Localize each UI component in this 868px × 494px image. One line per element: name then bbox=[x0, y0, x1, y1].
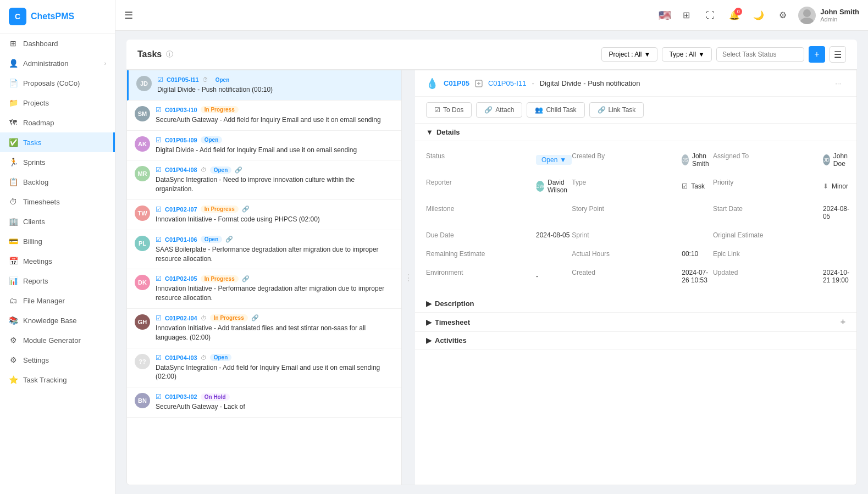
add-task-button[interactable]: + bbox=[809, 46, 825, 63]
view-toggle-button[interactable]: ☰ bbox=[830, 46, 846, 63]
sidebar-item-billing[interactable]: 💳 Billing bbox=[0, 231, 115, 251]
task-status-badge: On Hold bbox=[201, 393, 230, 401]
language-flag[interactable]: 🇺🇸 bbox=[659, 9, 671, 21]
status-value[interactable]: Open ▼ bbox=[536, 150, 572, 170]
sidebar-item-clients[interactable]: 🏢 Clients bbox=[0, 212, 115, 231]
reports-icon: 📊 bbox=[9, 276, 18, 285]
milestone-label: Milestone bbox=[426, 203, 536, 223]
task-info: ☑ C01P02-I07 In Progress 🔗 Innovation In… bbox=[156, 206, 394, 224]
sidebar-item-roadmap[interactable]: 🗺 Roadmap bbox=[0, 113, 115, 132]
panel-resize-handle[interactable]: ⋮ bbox=[402, 273, 415, 283]
sidebar-item-dashboard[interactable]: ⊞ Dashboard bbox=[0, 34, 115, 53]
link-task-button[interactable]: 🔗 Link Task bbox=[589, 102, 644, 118]
task-info: ☑ C01P01-I06 Open 🔗 SAAS Boilerplate - P… bbox=[156, 236, 394, 264]
detail-project[interactable]: C01P05 bbox=[444, 79, 469, 87]
page-header: Tasks ⓘ Project : All ▼ Type : All ▼ + ☰ bbox=[126, 40, 857, 70]
task-list-item[interactable]: DK ☑ C01P02-I05 In Progress 🔗 Innovation… bbox=[127, 269, 401, 309]
task-list-item[interactable]: MR ☑ C01P04-I08 ⏱ Open 🔗 DataSync Integr… bbox=[127, 160, 401, 200]
start-date-label: Start Date bbox=[713, 203, 823, 223]
task-detail-panel: 💧 C01P05 C01P05-I11 - Digital Divide - P… bbox=[415, 70, 856, 485]
task-list-item[interactable]: GH ☑ C01P02-I04 ⏱ In Progress 🔗 Innovati… bbox=[127, 309, 401, 348]
sidebar-item-label: File Manager bbox=[23, 297, 65, 305]
task-info: ☑ C01P04-I08 ⏱ Open 🔗 DataSync Integrati… bbox=[156, 166, 394, 194]
theme-icon[interactable]: 🌙 bbox=[750, 7, 767, 24]
file-manager-icon: 🗂 bbox=[9, 296, 18, 305]
task-id: C01P04-I03 bbox=[165, 354, 197, 361]
topbar: ☰ 🇺🇸 ⊞ ⛶ 🔔 0 🌙 ⚙ John Smith Admin bbox=[115, 0, 868, 31]
sidebar-item-label: Administration bbox=[23, 59, 68, 68]
page-title: Tasks bbox=[137, 49, 162, 59]
task-list-item[interactable]: PL ☑ C01P01-I06 Open 🔗 SAAS Boilerplate … bbox=[127, 230, 401, 270]
main-content: ☰ 🇺🇸 ⊞ ⛶ 🔔 0 🌙 ⚙ John Smith Admin bbox=[115, 0, 868, 494]
task-status-badge: In Progress bbox=[201, 275, 239, 282]
task-avatar: TW bbox=[135, 206, 150, 221]
sidebar-item-knowledge-base[interactable]: 📚 Knowledge Base bbox=[0, 310, 115, 330]
detail-header: 💧 C01P05 C01P05-I11 - Digital Divide - P… bbox=[415, 70, 856, 97]
sidebar-item-label: Tasks bbox=[23, 138, 41, 147]
backlog-icon: 📋 bbox=[9, 177, 18, 186]
detail-more-button[interactable]: ··· bbox=[831, 77, 845, 90]
sidebar-item-backlog[interactable]: 📋 Backlog bbox=[0, 172, 115, 192]
todos-button[interactable]: ☑ To Dos bbox=[426, 102, 472, 118]
hamburger-icon[interactable]: ☰ bbox=[124, 9, 133, 21]
fullscreen-icon[interactable]: ⛶ bbox=[701, 7, 719, 24]
settings-icon[interactable]: ⚙ bbox=[774, 7, 792, 24]
sidebar-item-timesheets[interactable]: ⏱ Timesheets bbox=[0, 192, 115, 212]
page-info-icon[interactable]: ⓘ bbox=[166, 49, 173, 59]
assigned-to-label: Assigned To bbox=[713, 150, 823, 170]
task-list-item[interactable]: AK ☑ C01P05-I09 Open Digital Divide - Ad… bbox=[127, 131, 401, 161]
remaining-estimate-label: Remaining Estimate bbox=[426, 248, 536, 260]
task-status-badge: Open bbox=[210, 354, 232, 361]
task-list-item[interactable]: ?? ☑ C01P04-I03 ⏱ Open DataSync Integrat… bbox=[127, 348, 401, 388]
task-title: Digital Divide - Add field for Inquiry E… bbox=[156, 146, 394, 155]
timesheet-section-toggle[interactable]: ▶ Timesheet + bbox=[415, 313, 856, 332]
reporter-label: Reporter bbox=[426, 176, 536, 196]
sidebar-item-proposals[interactable]: 📄 Proposals (CoCo) bbox=[0, 73, 115, 93]
svg-point-0 bbox=[803, 9, 811, 17]
epic-link-label: Epic Link bbox=[713, 248, 823, 260]
details-section-toggle[interactable]: ▼ Details bbox=[415, 124, 856, 141]
task-list-item[interactable]: JD ☑ C01P05-I11 ⏱ Open Digital Divide - … bbox=[127, 70, 401, 101]
sidebar-item-tasks[interactable]: ✅ Tasks bbox=[0, 132, 115, 152]
attach-button[interactable]: 🔗 Attach bbox=[476, 102, 522, 118]
task-tracking-icon: ⭐ bbox=[9, 375, 18, 384]
user-role: Admin bbox=[820, 16, 859, 23]
task-list-item[interactable]: BN ☑ C01P03-I02 On Hold SecureAuth Gatew… bbox=[127, 387, 401, 418]
sidebar-item-settings[interactable]: ⚙ Settings bbox=[0, 350, 115, 370]
task-list-item[interactable]: SM ☑ C01P03-I10 In Progress SecureAuth G… bbox=[127, 101, 401, 131]
task-clock-icon: ⏱ bbox=[201, 315, 207, 321]
dashboard-icon: ⊞ bbox=[9, 39, 18, 48]
type-filter[interactable]: Type : All ▼ bbox=[662, 47, 712, 62]
sidebar-item-projects[interactable]: 📁 Projects bbox=[0, 93, 115, 113]
sidebar-item-file-manager[interactable]: 🗂 File Manager bbox=[0, 291, 115, 310]
apps-icon[interactable]: ⊞ bbox=[677, 7, 695, 24]
task-title: SecureAuth Gateway - Add field for Inqui… bbox=[156, 115, 394, 125]
sidebar-item-reports[interactable]: 📊 Reports bbox=[0, 271, 115, 291]
sidebar-item-task-tracking[interactable]: ⭐ Task Tracking bbox=[0, 370, 115, 390]
sidebar-item-module-generator[interactable]: ⚙ Module Generator bbox=[0, 330, 115, 350]
timesheet-add-button[interactable]: + bbox=[841, 317, 845, 327]
sidebar-item-sprints[interactable]: 🏃 Sprints bbox=[0, 152, 115, 172]
task-info: ☑ C01P02-I05 In Progress 🔗 Innovation In… bbox=[156, 275, 394, 303]
task-id: C01P05-I09 bbox=[165, 137, 197, 143]
task-type-icon: ☑ bbox=[156, 206, 162, 213]
sidebar-item-label: Roadmap bbox=[23, 119, 54, 127]
sidebar-item-label: Settings bbox=[23, 356, 49, 364]
user-profile[interactable]: John Smith Admin bbox=[798, 7, 859, 24]
description-section-toggle[interactable]: ▶ Description bbox=[415, 295, 856, 313]
activities-section-toggle[interactable]: ▶ Activities bbox=[415, 332, 856, 349]
status-filter-input[interactable] bbox=[716, 47, 804, 62]
sidebar-item-administration[interactable]: 👤 Administration › bbox=[0, 53, 115, 73]
task-id: C01P02-I04 bbox=[165, 315, 197, 321]
task-list-item[interactable]: TW ☑ C01P02-I07 In Progress 🔗 Innovation… bbox=[127, 200, 401, 230]
sidebar-item-meetings[interactable]: 📅 Meetings bbox=[0, 251, 115, 271]
task-avatar: SM bbox=[135, 106, 150, 121]
sidebar-item-label: Sprints bbox=[23, 158, 45, 166]
task-list: JD ☑ C01P05-I11 ⏱ Open Digital Divide - … bbox=[127, 70, 402, 485]
child-task-button[interactable]: 👥 Child Task bbox=[527, 102, 584, 118]
project-filter[interactable]: Project : All ▼ bbox=[601, 47, 657, 62]
notification-icon[interactable]: 🔔 0 bbox=[726, 7, 743, 24]
start-date-value: 2024-08-05 bbox=[823, 203, 852, 223]
created-label: Created bbox=[572, 267, 682, 286]
original-estimate-value bbox=[823, 229, 852, 241]
